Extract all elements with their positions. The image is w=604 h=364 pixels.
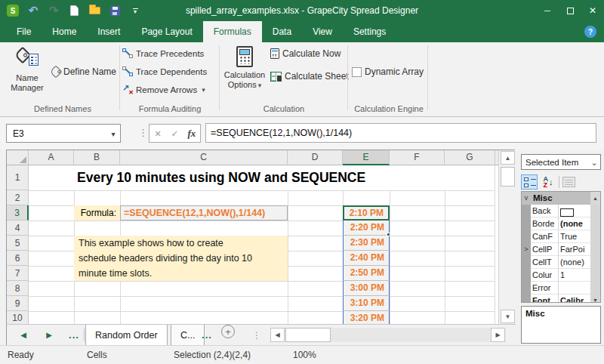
cell-grid[interactable]: Every 10 minutes using NOW and SEQUENCE … (29, 165, 495, 324)
name-manager-button[interactable]: Name Manager (6, 45, 48, 102)
property-row[interactable]: Font Calibr (522, 295, 600, 303)
vertical-scroll-thumb[interactable] (501, 167, 515, 187)
scroll-up-icon[interactable] (501, 151, 515, 165)
minimize-button[interactable] (536, 0, 559, 21)
cell-e7[interactable]: 2:50 PM (343, 266, 390, 281)
tab-page-layout[interactable]: Page Layout (131, 21, 202, 42)
customize-toolbar-icon[interactable] (128, 4, 142, 17)
cell-e8[interactable]: 3:00 PM (343, 281, 390, 296)
column-header-a[interactable]: A (29, 150, 74, 165)
row-header-4[interactable]: 4 (7, 221, 29, 236)
prev-sheet-icon[interactable] (17, 325, 29, 345)
row-header-10[interactable]: 10 (7, 311, 29, 324)
cell-e3-selected[interactable]: 2:10 PM (343, 205, 390, 221)
color-swatch[interactable] (560, 208, 574, 217)
column-header-g[interactable]: G (445, 150, 495, 165)
dynamic-array-checkbox-row[interactable]: Dynamic Array (352, 66, 424, 77)
scroll-left-icon[interactable] (270, 328, 285, 342)
propgrid-scroll-up-icon[interactable] (590, 192, 600, 205)
scroll-down-icon[interactable] (501, 310, 515, 323)
close-button[interactable] (581, 0, 604, 21)
property-row[interactable]: Back (522, 205, 600, 217)
tab-data[interactable]: Data (262, 21, 302, 42)
cell-formula-label-b3[interactable]: Formula: (74, 205, 120, 221)
tab-insert[interactable]: Insert (87, 21, 131, 42)
property-row[interactable]: Borde (none (522, 217, 600, 230)
calculate-now-button[interactable]: Calculate Now (270, 48, 341, 59)
trace-dependents-button[interactable]: Trace Dependents (122, 66, 207, 76)
name-box[interactable]: E3 (6, 124, 121, 143)
cell-e9[interactable]: 3:10 PM (343, 296, 390, 311)
vertical-scrollbar[interactable] (498, 150, 515, 324)
row-header-1[interactable]: 1 (7, 165, 29, 190)
cell-e5[interactable]: 2:30 PM (343, 236, 390, 251)
collapse-category-icon[interactable] (522, 192, 531, 205)
row-header-8[interactable]: 8 (7, 281, 29, 296)
tabbar-splitter[interactable] (253, 325, 260, 345)
tab-file[interactable]: File (6, 21, 42, 42)
row-header-9[interactable]: 9 (7, 296, 29, 311)
column-header-b[interactable]: B (74, 150, 120, 165)
new-document-icon[interactable] (67, 4, 81, 17)
status-zoom[interactable]: 100% (293, 346, 316, 364)
categorized-view-icon[interactable] (521, 174, 538, 190)
cell-title-b1[interactable]: Every 10 minutes using NOW and SEQUENCE (74, 165, 485, 190)
tab-home[interactable]: Home (42, 21, 87, 42)
column-header-f[interactable]: F (390, 150, 445, 165)
maximize-button[interactable] (559, 0, 581, 21)
trace-precedents-button[interactable]: Trace Precedents (122, 48, 204, 58)
redo-icon[interactable] (47, 4, 60, 17)
property-row[interactable]: Colur 1 (522, 269, 600, 282)
tab-view[interactable]: View (302, 21, 343, 42)
cell-e4[interactable]: 2:20 PM (343, 221, 390, 236)
more-sheets-right[interactable]: ... (199, 325, 215, 345)
property-row[interactable]: Error (522, 282, 600, 295)
remove-arrows-button[interactable]: Remove Arrows (122, 85, 205, 94)
calculation-options-button[interactable]: Calculation Options (222, 45, 267, 102)
next-sheet-icon[interactable] (43, 325, 55, 345)
propgrid-scroll-down-icon[interactable] (590, 295, 600, 303)
cell-e6[interactable]: 2:40 PM (343, 251, 390, 266)
cancel-entry-icon[interactable] (149, 128, 166, 139)
cell-note-b5[interactable]: This example shows how to create schedul… (74, 236, 288, 281)
tab-formulas[interactable]: Formulas (203, 21, 262, 42)
save-icon[interactable] (108, 4, 122, 17)
define-name-button[interactable]: Define Name (51, 66, 116, 77)
row-header-3[interactable]: 3 (7, 205, 29, 221)
property-row[interactable]: CellP FarPoi (522, 243, 600, 256)
formula-input[interactable]: =SEQUENCE(12,1,NOW(),1/144) (205, 123, 596, 143)
alphabetical-sort-icon[interactable] (541, 174, 556, 190)
help-icon[interactable] (584, 26, 596, 38)
add-sheet-icon[interactable] (221, 325, 235, 338)
property-row[interactable]: CanF True (522, 230, 600, 243)
dynamic-array-checkbox[interactable] (352, 67, 362, 77)
selected-item-dropdown[interactable]: Selected Item (521, 154, 601, 170)
row-header-7[interactable]: 7 (7, 266, 29, 281)
calculate-sheet-button[interactable]: Calculate Sheet (270, 71, 349, 82)
confirm-entry-icon[interactable] (166, 128, 183, 139)
property-value-backcolor[interactable] (559, 205, 590, 217)
horizontal-scroll-thumb[interactable] (285, 328, 331, 342)
insert-function-icon[interactable]: fx (183, 128, 200, 140)
property-category-row[interactable]: Misc (522, 192, 600, 205)
name-box-caret-icon[interactable] (106, 128, 120, 139)
dropdown-chevron-icon[interactable] (588, 157, 600, 168)
row-header-2[interactable]: 2 (7, 190, 29, 205)
open-folder-icon[interactable] (88, 4, 101, 17)
column-header-c[interactable]: C (120, 150, 288, 165)
expand-property-icon[interactable] (522, 243, 531, 256)
row-header-6[interactable]: 6 (7, 251, 29, 266)
select-all-corner[interactable] (7, 150, 29, 165)
row-header-5[interactable]: 5 (7, 236, 29, 251)
fill-handle[interactable] (387, 233, 390, 236)
scroll-right-icon[interactable] (491, 328, 505, 342)
sheet-tab-active[interactable]: Random Order (85, 325, 168, 345)
property-row[interactable]: CellT (none) (522, 256, 600, 269)
cell-formula-text-c3[interactable]: =SEQUENCE(12,1,NOW(),1/144) (120, 205, 288, 221)
column-header-d[interactable]: D (288, 150, 343, 165)
tab-settings[interactable]: Settings (343, 21, 396, 42)
undo-icon[interactable] (26, 4, 40, 17)
cell-e10[interactable]: 3:20 PM (343, 311, 390, 324)
column-header-e[interactable]: E (343, 150, 390, 165)
more-sheets-left[interactable]: ... (66, 325, 82, 345)
